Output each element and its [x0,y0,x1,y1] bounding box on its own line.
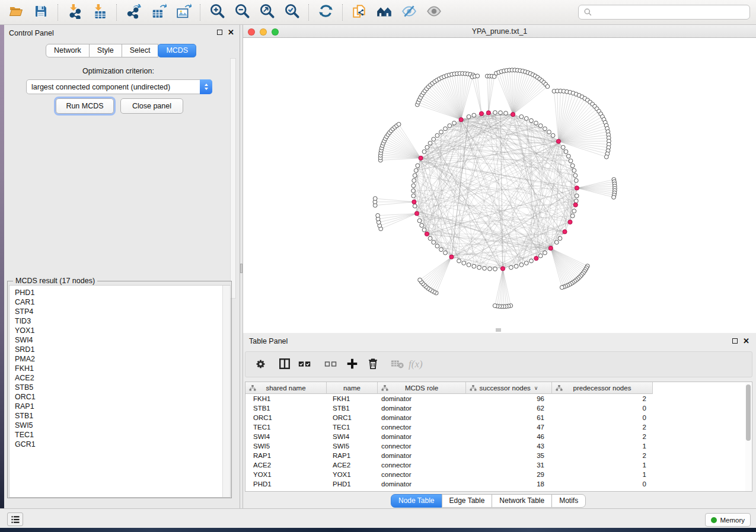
mcds-result-item[interactable]: STB5 [9,383,230,392]
network-node[interactable] [572,168,576,172]
network-node[interactable] [435,133,439,137]
table-cell[interactable]: dominator [378,413,466,422]
memory-button[interactable]: Memory [705,513,751,527]
table-tab-motifs[interactable]: Motifs [551,494,586,508]
mcds-result-item[interactable]: ACE2 [9,373,230,383]
first-neighbors-button[interactable] [375,4,394,21]
control-tab-select[interactable]: Select [122,44,159,57]
table-cell[interactable]: PHD1 [327,479,378,489]
column-header-predecessor-nodes[interactable]: predecessor nodes [552,382,653,394]
table-cell[interactable]: dominator [378,403,466,413]
mcds-result-list[interactable]: PHD1CAR1STP4TID3YOX1SWI4SRD1PMA2FKH1ACE2… [9,285,231,498]
network-node[interactable] [538,254,543,258]
network-node[interactable] [488,267,492,271]
control-tab-style[interactable]: Style [89,44,122,57]
mcds-node[interactable] [414,211,419,216]
mcds-node[interactable] [511,113,515,117]
network-node[interactable] [420,223,424,227]
mcds-node[interactable] [548,246,553,250]
mcds-result-item[interactable]: ORC1 [9,392,230,402]
network-node[interactable] [504,111,508,116]
mcds-result-item[interactable]: SWI4 [9,335,230,345]
table-cell[interactable]: ACE2 [327,460,378,470]
network-node[interactable] [547,130,551,134]
table-cell[interactable]: YOX1 [245,470,327,479]
delete-column-button[interactable] [365,357,381,373]
network-node[interactable] [476,74,480,78]
table-cell[interactable]: connector [378,441,466,451]
table-scrollbar[interactable] [745,383,751,491]
network-node[interactable] [397,122,401,126]
table-cell[interactable]: RAP1 [245,451,327,460]
network-node[interactable] [412,184,416,188]
table-cell[interactable]: 46 [466,432,552,441]
table-cell[interactable]: dominator [378,394,466,403]
mcds-result-item[interactable]: CAR1 [9,297,230,307]
control-tab-network[interactable]: Network [46,44,90,57]
close-panel-button[interactable]: Close panel [120,98,183,114]
network-node[interactable] [551,133,555,137]
table-cell[interactable]: TEC1 [327,422,378,432]
network-node[interactable] [575,194,579,198]
splitter-grip[interactable] [240,264,243,273]
zoom-fit-button[interactable] [257,4,276,21]
search-box[interactable] [578,5,750,20]
network-node[interactable] [572,209,576,213]
table-row[interactable]: YOX1YOX1connector291 [245,470,752,479]
mcds-result-item[interactable]: PMA2 [9,354,230,364]
mcds-result-item[interactable]: SWI5 [9,421,230,430]
table-cell[interactable]: 0 [552,403,653,413]
network-node[interactable] [493,111,497,115]
deselect-all-button[interactable] [323,357,339,373]
column-header-successor-nodes[interactable]: successor nodes∨ [466,382,552,394]
network-node[interactable] [574,178,578,182]
control-panel-scrollbar[interactable] [230,58,236,299]
table-cell[interactable]: 35 [466,451,552,460]
network-node[interactable] [570,214,575,218]
mcds-result-item[interactable]: FKH1 [9,364,230,373]
table-cell[interactable]: STB1 [327,403,378,413]
network-node[interactable] [412,178,416,182]
network-node[interactable] [524,261,528,265]
save-session-button[interactable] [31,4,50,21]
float-table-panel-icon[interactable] [732,338,738,344]
add-column-button[interactable] [344,357,361,373]
table-cell[interactable]: 1 [552,470,653,479]
table-cell[interactable]: dominator [378,451,466,460]
table-cell[interactable]: YOX1 [327,470,378,479]
network-node[interactable] [376,213,380,217]
network-node[interactable] [499,111,503,115]
import-table-button[interactable] [90,4,109,21]
select-all-button[interactable] [296,357,313,373]
open-session-button[interactable] [7,4,25,21]
network-window-titlebar[interactable]: YPA_prune.txt_1 [243,25,756,38]
network-node[interactable] [493,267,497,271]
criterion-dropdown[interactable]: largest connected component (undirected) [26,79,212,94]
table-cell[interactable]: 31 [466,460,552,470]
table-cell[interactable]: 0 [552,479,653,489]
table-row[interactable]: RAP1RAP1dominator352 [245,451,752,460]
table-settings-button[interactable] [252,357,269,373]
close-table-panel-icon[interactable]: ✕ [743,338,749,344]
mcds-node[interactable] [573,203,578,207]
table-cell[interactable]: connector [378,470,466,479]
table-cell[interactable]: 43 [466,441,552,451]
table-cell[interactable]: 2 [552,422,653,432]
mcds-node[interactable] [568,220,572,224]
table-cell[interactable]: 61 [466,413,552,422]
mcds-node[interactable] [500,267,505,271]
network-node[interactable] [457,259,461,263]
network-node[interactable] [452,121,457,125]
network-node[interactable] [529,259,534,263]
table-cell[interactable]: SWI4 [327,432,378,441]
table-row[interactable]: SWI5SWI5connector431 [245,441,752,451]
network-node[interactable] [432,241,436,245]
table-row[interactable]: TEC1TEC1connector472 [245,422,752,432]
table-row[interactable]: ACE2ACE2connector311 [245,460,752,470]
network-node[interactable] [373,197,377,201]
network-node[interactable] [604,155,608,159]
network-node[interactable] [493,304,497,308]
mcds-node[interactable] [479,111,483,116]
network-node[interactable] [448,124,452,128]
network-node[interactable] [428,141,432,145]
